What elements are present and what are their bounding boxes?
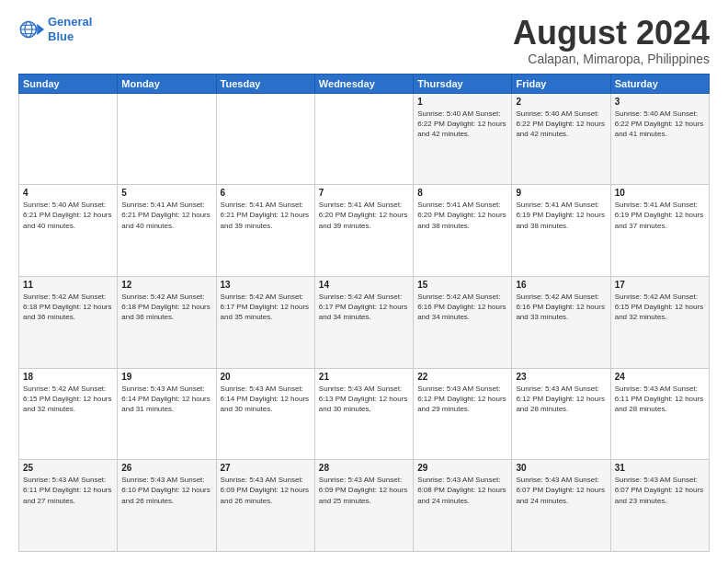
calendar-cell: 2Sunrise: 5:40 AM Sunset: 6:22 PM Daylig… <box>512 93 610 185</box>
calendar-body: 1Sunrise: 5:40 AM Sunset: 6:22 PM Daylig… <box>19 93 710 551</box>
cell-date: 1 <box>417 97 507 107</box>
calendar-cell: 6Sunrise: 5:41 AM Sunset: 6:21 PM Daylig… <box>216 185 314 277</box>
cell-info: Sunrise: 5:42 AM Sunset: 6:15 PM Dayligh… <box>23 384 113 415</box>
calendar-cell: 5Sunrise: 5:41 AM Sunset: 6:21 PM Daylig… <box>118 185 216 277</box>
header-row: SundayMondayTuesdayWednesdayThursdayFrid… <box>19 74 710 93</box>
calendar-cell: 12Sunrise: 5:42 AM Sunset: 6:18 PM Dayli… <box>118 276 216 368</box>
cell-info: Sunrise: 5:43 AM Sunset: 6:12 PM Dayligh… <box>516 384 606 415</box>
cell-info: Sunrise: 5:43 AM Sunset: 6:12 PM Dayligh… <box>417 384 507 415</box>
cell-info: Sunrise: 5:43 AM Sunset: 6:13 PM Dayligh… <box>319 384 409 415</box>
calendar-cell: 11Sunrise: 5:42 AM Sunset: 6:18 PM Dayli… <box>19 276 118 368</box>
cell-date: 8 <box>417 188 507 198</box>
cell-date: 29 <box>417 463 507 473</box>
cell-info: Sunrise: 5:43 AM Sunset: 6:09 PM Dayligh… <box>221 475 311 506</box>
header: General Blue August 2024 Calapan, Mimaro… <box>18 15 710 66</box>
cell-info: Sunrise: 5:42 AM Sunset: 6:18 PM Dayligh… <box>121 292 211 323</box>
calendar: SundayMondayTuesdayWednesdayThursdayFrid… <box>18 74 710 552</box>
calendar-cell: 26Sunrise: 5:43 AM Sunset: 6:10 PM Dayli… <box>118 460 216 552</box>
calendar-cell: 20Sunrise: 5:43 AM Sunset: 6:14 PM Dayli… <box>216 368 314 460</box>
main-title: August 2024 <box>513 15 710 52</box>
cell-info: Sunrise: 5:43 AM Sunset: 6:07 PM Dayligh… <box>615 475 705 506</box>
calendar-cell: 18Sunrise: 5:42 AM Sunset: 6:15 PM Dayli… <box>19 368 118 460</box>
cell-info: Sunrise: 5:41 AM Sunset: 6:20 PM Dayligh… <box>319 200 409 231</box>
cell-info: Sunrise: 5:40 AM Sunset: 6:22 PM Dayligh… <box>516 109 606 140</box>
calendar-cell: 28Sunrise: 5:43 AM Sunset: 6:09 PM Dayli… <box>314 460 413 552</box>
calendar-cell: 8Sunrise: 5:41 AM Sunset: 6:20 PM Daylig… <box>414 185 512 277</box>
cell-date: 2 <box>516 97 606 107</box>
logo-line2: Blue <box>48 29 74 43</box>
calendar-cell: 25Sunrise: 5:43 AM Sunset: 6:11 PM Dayli… <box>19 460 118 552</box>
week-row-3: 18Sunrise: 5:42 AM Sunset: 6:15 PM Dayli… <box>19 368 710 460</box>
calendar-cell: 15Sunrise: 5:42 AM Sunset: 6:16 PM Dayli… <box>414 276 512 368</box>
logo-line1: General <box>48 15 92 29</box>
weekday-header-tuesday: Tuesday <box>216 74 314 93</box>
cell-date: 14 <box>319 280 409 290</box>
cell-date: 12 <box>121 280 211 290</box>
logo: General Blue <box>18 15 92 43</box>
cell-date: 23 <box>516 372 606 382</box>
cell-date: 3 <box>615 97 705 107</box>
cell-date: 24 <box>615 372 705 382</box>
weekday-header-monday: Monday <box>118 74 216 93</box>
calendar-cell: 24Sunrise: 5:43 AM Sunset: 6:11 PM Dayli… <box>610 368 709 460</box>
cell-info: Sunrise: 5:43 AM Sunset: 6:11 PM Dayligh… <box>23 475 113 506</box>
cell-info: Sunrise: 5:41 AM Sunset: 6:20 PM Dayligh… <box>417 200 507 231</box>
cell-info: Sunrise: 5:42 AM Sunset: 6:17 PM Dayligh… <box>319 292 409 323</box>
calendar-cell: 7Sunrise: 5:41 AM Sunset: 6:20 PM Daylig… <box>314 185 413 277</box>
calendar-cell: 13Sunrise: 5:42 AM Sunset: 6:17 PM Dayli… <box>216 276 314 368</box>
weekday-header-wednesday: Wednesday <box>314 74 413 93</box>
cell-date: 22 <box>417 372 507 382</box>
cell-info: Sunrise: 5:42 AM Sunset: 6:16 PM Dayligh… <box>516 292 606 323</box>
cell-info: Sunrise: 5:41 AM Sunset: 6:21 PM Dayligh… <box>121 200 211 231</box>
calendar-cell: 10Sunrise: 5:41 AM Sunset: 6:19 PM Dayli… <box>610 185 709 277</box>
cell-info: Sunrise: 5:42 AM Sunset: 6:17 PM Dayligh… <box>221 292 311 323</box>
cell-info: Sunrise: 5:42 AM Sunset: 6:15 PM Dayligh… <box>615 292 705 323</box>
weekday-header-thursday: Thursday <box>414 74 512 93</box>
cell-date: 9 <box>516 188 606 198</box>
cell-date: 5 <box>121 188 211 198</box>
cell-date: 31 <box>615 463 705 473</box>
cell-info: Sunrise: 5:43 AM Sunset: 6:11 PM Dayligh… <box>615 384 705 415</box>
subtitle: Calapan, Mimaropa, Philippines <box>513 52 710 66</box>
cell-date: 6 <box>221 188 311 198</box>
calendar-cell: 30Sunrise: 5:43 AM Sunset: 6:07 PM Dayli… <box>512 460 610 552</box>
calendar-cell: 27Sunrise: 5:43 AM Sunset: 6:09 PM Dayli… <box>216 460 314 552</box>
title-block: August 2024 Calapan, Mimaropa, Philippin… <box>513 15 710 66</box>
cell-date: 13 <box>221 280 311 290</box>
page: General Blue August 2024 Calapan, Mimaro… <box>0 0 728 563</box>
cell-info: Sunrise: 5:43 AM Sunset: 6:09 PM Dayligh… <box>319 475 409 506</box>
calendar-cell: 29Sunrise: 5:43 AM Sunset: 6:08 PM Dayli… <box>414 460 512 552</box>
calendar-cell: 14Sunrise: 5:42 AM Sunset: 6:17 PM Dayli… <box>314 276 413 368</box>
cell-date: 4 <box>23 188 113 198</box>
calendar-cell: 22Sunrise: 5:43 AM Sunset: 6:12 PM Dayli… <box>414 368 512 460</box>
calendar-cell <box>216 93 314 185</box>
calendar-cell: 21Sunrise: 5:43 AM Sunset: 6:13 PM Dayli… <box>314 368 413 460</box>
logo-text: General Blue <box>48 15 92 43</box>
week-row-1: 4Sunrise: 5:40 AM Sunset: 6:21 PM Daylig… <box>19 185 710 277</box>
week-row-0: 1Sunrise: 5:40 AM Sunset: 6:22 PM Daylig… <box>19 93 710 185</box>
calendar-cell <box>19 93 118 185</box>
cell-info: Sunrise: 5:42 AM Sunset: 6:16 PM Dayligh… <box>417 292 507 323</box>
cell-date: 19 <box>121 372 211 382</box>
cell-date: 30 <box>516 463 606 473</box>
calendar-cell: 3Sunrise: 5:40 AM Sunset: 6:22 PM Daylig… <box>610 93 709 185</box>
cell-date: 25 <box>23 463 113 473</box>
calendar-cell: 4Sunrise: 5:40 AM Sunset: 6:21 PM Daylig… <box>19 185 118 277</box>
cell-info: Sunrise: 5:43 AM Sunset: 6:08 PM Dayligh… <box>417 475 507 506</box>
cell-date: 26 <box>121 463 211 473</box>
weekday-header-friday: Friday <box>512 74 610 93</box>
calendar-cell: 9Sunrise: 5:41 AM Sunset: 6:19 PM Daylig… <box>512 185 610 277</box>
cell-date: 11 <box>23 280 113 290</box>
week-row-2: 11Sunrise: 5:42 AM Sunset: 6:18 PM Dayli… <box>19 276 710 368</box>
cell-info: Sunrise: 5:41 AM Sunset: 6:19 PM Dayligh… <box>615 200 705 231</box>
cell-info: Sunrise: 5:43 AM Sunset: 6:14 PM Dayligh… <box>121 384 211 415</box>
weekday-header-saturday: Saturday <box>610 74 709 93</box>
calendar-cell: 19Sunrise: 5:43 AM Sunset: 6:14 PM Dayli… <box>118 368 216 460</box>
cell-info: Sunrise: 5:40 AM Sunset: 6:22 PM Dayligh… <box>417 109 507 140</box>
cell-info: Sunrise: 5:43 AM Sunset: 6:07 PM Dayligh… <box>516 475 606 506</box>
cell-info: Sunrise: 5:40 AM Sunset: 6:22 PM Dayligh… <box>615 109 705 140</box>
cell-date: 16 <box>516 280 606 290</box>
cell-date: 15 <box>417 280 507 290</box>
calendar-cell: 16Sunrise: 5:42 AM Sunset: 6:16 PM Dayli… <box>512 276 610 368</box>
cell-date: 20 <box>221 372 311 382</box>
